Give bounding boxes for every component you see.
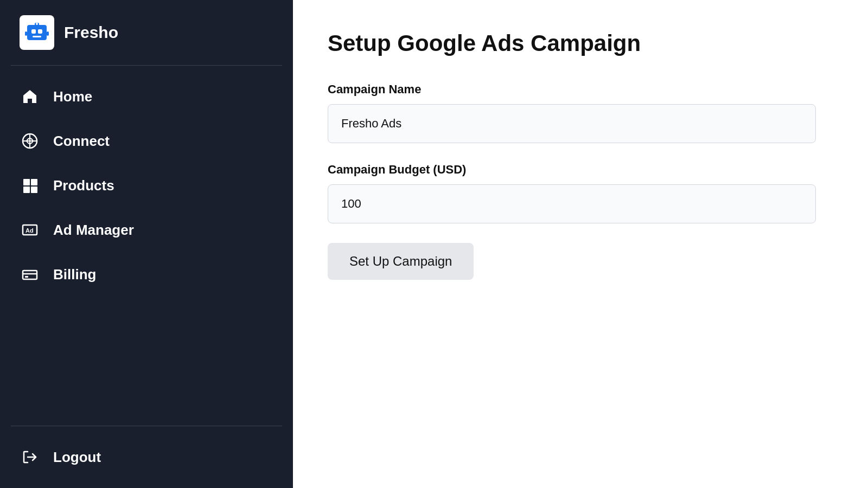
svg-text:Ad: Ad: [25, 227, 34, 234]
sidebar-item-home-label: Home: [53, 88, 92, 105]
campaign-budget-label: Campaign Budget (USD): [328, 163, 816, 177]
sidebar-item-billing[interactable]: Billing: [0, 252, 293, 297]
svg-rect-11: [23, 179, 30, 185]
billing-icon: [20, 264, 40, 285]
products-icon: [20, 175, 40, 196]
main-content: Setup Google Ads Campaign Campaign Name …: [293, 0, 868, 488]
sidebar-item-billing-label: Billing: [53, 266, 96, 283]
sidebar: Fresho Home Connect: [0, 0, 293, 488]
sidebar-item-logout[interactable]: Logout: [0, 435, 293, 479]
campaign-budget-field: Campaign Budget (USD): [328, 163, 816, 243]
sidebar-bottom-nav: Logout: [0, 426, 293, 488]
campaign-form: Campaign Name Campaign Budget (USD) Set …: [328, 82, 816, 280]
svg-rect-0: [27, 25, 47, 40]
sidebar-item-connect-label: Connect: [53, 133, 110, 150]
brand-name: Fresho: [64, 23, 118, 42]
ad-manager-icon: Ad: [20, 220, 40, 240]
svg-rect-19: [25, 276, 28, 278]
svg-point-5: [36, 23, 38, 25]
sidebar-item-home[interactable]: Home: [0, 74, 293, 119]
setup-campaign-button[interactable]: Set Up Campaign: [328, 243, 474, 280]
sidebar-item-ad-manager[interactable]: Ad Ad Manager: [0, 208, 293, 252]
page-title: Setup Google Ads Campaign: [328, 30, 833, 56]
svg-rect-13: [23, 187, 30, 193]
svg-rect-7: [47, 31, 49, 36]
sidebar-item-products[interactable]: Products: [0, 163, 293, 208]
svg-rect-1: [31, 29, 36, 34]
sidebar-item-products-label: Products: [53, 177, 114, 194]
logo-box: [20, 15, 54, 50]
logo-icon: [24, 20, 50, 46]
home-icon: [20, 86, 40, 107]
svg-rect-3: [33, 36, 41, 37]
svg-rect-12: [31, 179, 37, 185]
svg-rect-14: [31, 187, 37, 193]
campaign-budget-input[interactable]: [328, 184, 816, 223]
sidebar-nav: Home Connect: [0, 66, 293, 426]
logout-icon: [20, 447, 40, 467]
svg-rect-17: [23, 271, 37, 279]
svg-rect-6: [25, 31, 27, 36]
connect-icon: [20, 131, 40, 151]
campaign-name-label: Campaign Name: [328, 82, 816, 97]
sidebar-header: Fresho: [0, 0, 293, 65]
svg-rect-2: [38, 29, 42, 34]
sidebar-item-ad-manager-label: Ad Manager: [53, 222, 134, 239]
sidebar-item-logout-label: Logout: [53, 449, 101, 466]
campaign-name-input[interactable]: [328, 104, 816, 143]
campaign-name-field: Campaign Name: [328, 82, 816, 163]
sidebar-item-connect[interactable]: Connect: [0, 119, 293, 163]
